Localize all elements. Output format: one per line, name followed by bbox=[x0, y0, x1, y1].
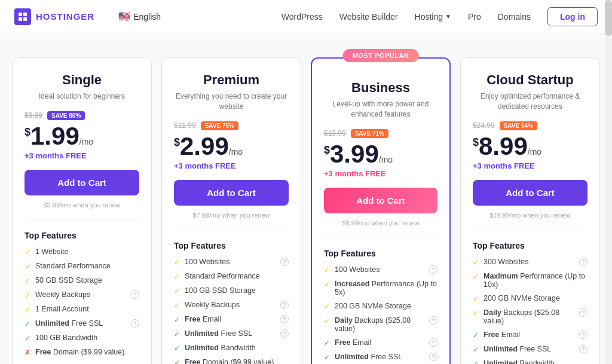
language-selector[interactable]: 🇺🇸 English bbox=[118, 11, 161, 22]
feature-text: Unlimited Bandwidth bbox=[185, 344, 289, 352]
price-period: /mo bbox=[528, 147, 541, 157]
info-icon[interactable]: ? bbox=[429, 353, 437, 361]
add-to-cart-button[interactable]: Add to Cart bbox=[25, 170, 139, 195]
info-icon[interactable]: ? bbox=[579, 331, 587, 339]
nav-hosting-label: Hosting bbox=[415, 12, 443, 22]
check-icon: ✓ bbox=[25, 320, 30, 328]
price-main: $ 1.99 /mo bbox=[25, 124, 139, 149]
feature-item: ✓ Weekly Backups ? bbox=[174, 301, 289, 310]
feature-text: 100 GB Bandwidth bbox=[35, 334, 139, 342]
info-icon[interactable]: ? bbox=[280, 329, 289, 338]
feature-item: ✓ 200 GB NVMe Storage bbox=[324, 302, 437, 311]
price-dollar: $ bbox=[174, 134, 180, 149]
feature-text: Unlimited Free SSL bbox=[484, 345, 574, 353]
feature-item: ✓ Unlimited Bandwidth bbox=[473, 359, 587, 364]
feature-item: ✓ Free Email ? bbox=[473, 331, 587, 339]
add-to-cart-button[interactable]: Add to Cart bbox=[324, 188, 437, 213]
info-icon[interactable]: ? bbox=[280, 258, 289, 266]
features-title: Top Features bbox=[174, 241, 289, 250]
feature-item: ✓ Weekly Backups ? bbox=[25, 290, 139, 299]
check-icon: ✓ bbox=[473, 360, 479, 364]
plan-card-business: MOST POPULAR Business Level-up with more… bbox=[311, 57, 451, 364]
brand-icon bbox=[14, 8, 31, 25]
feature-item: ✓ 100 Websites ? bbox=[324, 265, 437, 274]
divider bbox=[473, 231, 587, 231]
feature-item: ✓ Unlimited Free SSL ? bbox=[324, 353, 437, 362]
feature-item: ✓ Maximum Performance (Up to 10x) bbox=[473, 272, 587, 289]
info-icon[interactable]: ? bbox=[429, 316, 437, 325]
feature-item: ✓ Free Email ? bbox=[174, 315, 289, 324]
svg-rect-3 bbox=[23, 17, 27, 21]
info-icon[interactable]: ? bbox=[280, 315, 289, 323]
price-period: /mo bbox=[229, 147, 243, 157]
check-icon: ✓ bbox=[473, 309, 479, 317]
feature-text: 1 Email Account bbox=[35, 305, 139, 313]
renew-price: $19.99/mo when you renew bbox=[473, 212, 587, 219]
feature-item: ✓ Free Email ? bbox=[324, 338, 437, 347]
price-amount: 1.99 bbox=[30, 124, 79, 149]
svg-rect-2 bbox=[19, 17, 22, 21]
feature-item: ✓ 1 Website bbox=[25, 247, 139, 256]
add-to-cart-button[interactable]: Add to Cart bbox=[473, 180, 587, 206]
price-amount: 2.99 bbox=[180, 134, 229, 159]
svg-rect-0 bbox=[19, 13, 22, 16]
feature-text: Unlimited Free SSL bbox=[335, 353, 424, 361]
feature-text: 200 GB NVMe Storage bbox=[335, 302, 437, 310]
plan-card-cloud-startup: Cloud Startup Enjoy optimized performanc… bbox=[460, 57, 600, 364]
nav-website-builder[interactable]: Website Builder bbox=[339, 12, 398, 22]
check-icon: ✓ bbox=[324, 339, 330, 347]
info-icon[interactable]: ? bbox=[579, 308, 587, 317]
feature-item: ✓ Standard Performance bbox=[25, 262, 139, 271]
info-icon[interactable]: ? bbox=[131, 319, 139, 328]
feature-text: 1 Website bbox=[35, 247, 139, 256]
info-icon[interactable]: ? bbox=[280, 301, 289, 309]
info-icon[interactable]: ? bbox=[429, 338, 437, 347]
feature-text: Free Email bbox=[335, 338, 424, 347]
plan-title: Single bbox=[25, 72, 139, 88]
feature-text: 100 Websites bbox=[185, 258, 276, 266]
check-icon: ✓ bbox=[25, 291, 30, 299]
nav-wordpress[interactable]: WordPress bbox=[281, 12, 323, 22]
plan-desc: Ideal solution for beginners bbox=[25, 91, 139, 102]
feature-text: 50 GB SSD Storage bbox=[35, 276, 139, 285]
check-icon: ✓ bbox=[174, 258, 180, 267]
feature-text: Free Domain ($9.99 value) bbox=[185, 358, 289, 364]
brand-logo[interactable]: HOSTINGER bbox=[14, 8, 94, 25]
scrollbar-thumb[interactable] bbox=[605, 0, 612, 36]
check-icon: ✓ bbox=[174, 330, 180, 338]
check-icon: ✓ bbox=[324, 353, 330, 362]
nav-hosting[interactable]: Hosting ▼ bbox=[415, 12, 451, 22]
info-icon[interactable]: ? bbox=[429, 265, 437, 274]
original-price: $13.99 bbox=[324, 129, 346, 137]
feature-item: ✓ Daily Backups ($25.08 value) ? bbox=[324, 316, 437, 333]
feature-text: 300 Websites bbox=[484, 258, 574, 266]
add-to-cart-button[interactable]: Add to Cart bbox=[174, 180, 289, 206]
feature-item: ✓ 1 Email Account bbox=[25, 305, 139, 314]
check-icon: ✓ bbox=[324, 280, 330, 289]
brand-name: HOSTINGER bbox=[36, 11, 94, 22]
feature-text: Daily Backups ($25.08 value) bbox=[484, 308, 574, 325]
check-icon: ✓ bbox=[473, 258, 479, 267]
check-icon: ✓ bbox=[174, 359, 180, 364]
features-title: Top Features bbox=[25, 231, 139, 240]
nav-domains[interactable]: Domains bbox=[498, 12, 531, 22]
feature-text: Free Domain ($9.99 value) bbox=[35, 348, 139, 356]
nav-pro[interactable]: Pro bbox=[468, 12, 481, 22]
price-amount: 3.99 bbox=[330, 142, 379, 167]
feature-text: Unlimited Free SSL bbox=[35, 319, 126, 328]
check-icon: ✓ bbox=[174, 301, 180, 310]
feature-item: ✓ 100 Websites ? bbox=[174, 258, 289, 267]
price-row: $13.99 SAVE 71% bbox=[324, 129, 437, 138]
check-icon: ✓ bbox=[324, 266, 330, 274]
info-icon[interactable]: ? bbox=[579, 258, 587, 266]
check-icon: ✓ bbox=[25, 334, 30, 342]
info-icon[interactable]: ? bbox=[579, 345, 587, 353]
renew-price: $8.99/mo when you renew bbox=[324, 219, 437, 227]
feature-item: ✓ Daily Backups ($25.08 value) ? bbox=[473, 308, 587, 325]
check-icon: ✓ bbox=[174, 287, 180, 295]
info-icon[interactable]: ? bbox=[131, 290, 139, 299]
renew-price: $3.99/mo when you renew bbox=[25, 201, 139, 209]
login-button[interactable]: Log in bbox=[547, 7, 598, 26]
feature-text: Unlimited Bandwidth bbox=[484, 359, 587, 364]
feature-text: Daily Backups ($25.08 value) bbox=[335, 316, 424, 333]
